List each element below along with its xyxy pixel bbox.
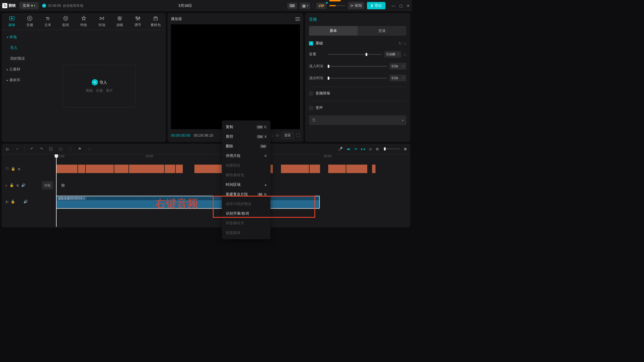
keyframe-icon[interactable]: ◇ bbox=[403, 41, 406, 46]
sidebar-item-cloud[interactable]: 云素材 bbox=[2, 64, 33, 75]
zoom-slider[interactable] bbox=[383, 148, 400, 149]
tab-media[interactable]: 媒体 bbox=[3, 15, 21, 27]
fadein-value[interactable]: 0.0s▴▾ bbox=[389, 63, 406, 70]
denoise-checkbox[interactable] bbox=[309, 91, 313, 96]
fadein-slider[interactable] bbox=[328, 66, 387, 67]
minimize-button[interactable]: — bbox=[392, 4, 395, 8]
lock-icon[interactable]: 🔓 bbox=[10, 183, 14, 187]
denoise-label: 音频降噪 bbox=[315, 91, 330, 96]
flag-button[interactable]: ⚑ bbox=[77, 147, 82, 151]
import-drop-zone[interactable]: +导入 视频、音频、图片 bbox=[63, 65, 136, 107]
tab-filter[interactable]: 滤镜 bbox=[111, 15, 129, 27]
basic-label: 基础 bbox=[315, 41, 323, 46]
keyboard-button[interactable]: ⌨ bbox=[287, 3, 297, 9]
sidebar-item-library[interactable]: 素材库 bbox=[2, 75, 33, 85]
mic-icon[interactable]: 🎤 bbox=[338, 147, 343, 151]
sidebar-item-import[interactable]: 导入 bbox=[2, 42, 33, 53]
zoom-in-icon[interactable]: ⊕ bbox=[404, 147, 407, 151]
svg-point-5 bbox=[64, 16, 68, 21]
ctx-save-preset: 保存为我的预设 bbox=[222, 199, 271, 209]
review-button[interactable]: ⟳ 审阅 bbox=[348, 2, 364, 9]
export-button[interactable]: ⬆ 导出 bbox=[367, 2, 385, 9]
fadeout-slider[interactable] bbox=[328, 78, 387, 79]
sidebar-item-presets[interactable]: 我的预设 bbox=[2, 53, 33, 64]
tab-sticker[interactable]: 贴纸 bbox=[57, 15, 75, 27]
duration-time: 00:29:38:15 bbox=[194, 133, 213, 137]
undo-button[interactable]: ↶ bbox=[29, 147, 34, 151]
tl-tool-2[interactable]: ▪▪ bbox=[355, 147, 357, 151]
fullscreen-icon[interactable]: ⛶ bbox=[296, 133, 300, 137]
zoom-icon[interactable]: ⦾ bbox=[276, 133, 279, 138]
tab-effect[interactable]: 特效 bbox=[75, 15, 93, 27]
svg-point-15 bbox=[137, 18, 138, 20]
playhead[interactable] bbox=[56, 154, 57, 227]
menu-button[interactable]: 菜单▾ bbox=[19, 2, 39, 9]
delete-button[interactable]: ▢ bbox=[58, 147, 63, 151]
mute-icon[interactable]: 🔊 bbox=[21, 183, 25, 187]
audio-track-head: ◐🔓🔊 bbox=[2, 193, 38, 210]
more-button[interactable]: ▯ bbox=[87, 147, 92, 151]
tab-transition[interactable]: 转场 bbox=[93, 15, 111, 27]
svg-rect-17 bbox=[154, 17, 158, 20]
tab-adjust[interactable]: 调节 bbox=[129, 15, 147, 27]
volume-slider[interactable] bbox=[328, 54, 382, 55]
redo-button[interactable]: ↷ bbox=[39, 147, 44, 151]
ctx-delete[interactable]: 删除Del bbox=[222, 141, 271, 151]
progress-indicator bbox=[329, 5, 345, 6]
tab-speed[interactable]: 变速 bbox=[358, 26, 406, 36]
current-time: 00:00:00:00 bbox=[171, 133, 190, 137]
ctx-cut[interactable]: 剪切CtrlX bbox=[222, 132, 271, 141]
fadeout-value[interactable]: 0.0s▴▾ bbox=[389, 75, 406, 81]
tab-text[interactable]: TI文本 bbox=[39, 15, 57, 27]
svg-point-3 bbox=[29, 18, 31, 19]
select-tool[interactable]: ▷ bbox=[5, 147, 10, 151]
autosave-status: ✓ 20:46:06 自动保存本地 bbox=[42, 3, 83, 8]
eye-icon[interactable]: ◉ bbox=[18, 167, 20, 171]
panel-title: 音频 bbox=[309, 17, 406, 22]
ctx-align: 和音频对齐 bbox=[222, 218, 271, 228]
volume-value[interactable]: 0.0dB▴▾ bbox=[384, 51, 401, 58]
basic-checkbox[interactable]: ✓ bbox=[309, 41, 313, 46]
tab-basic[interactable]: 基本 bbox=[309, 26, 358, 36]
cover-chip[interactable]: 封面 bbox=[42, 181, 53, 189]
player-viewport[interactable] bbox=[171, 24, 300, 129]
ctx-copy[interactable]: 复制CtrlC bbox=[222, 122, 271, 132]
tl-tool-4[interactable]: ◇ bbox=[369, 147, 372, 151]
app-logo: ⮌ 剪映 bbox=[2, 3, 16, 8]
zoom-out-icon[interactable]: ⊖ bbox=[376, 147, 379, 151]
audio-clip[interactable]: 提取音频20230318-1 bbox=[56, 196, 320, 209]
tl-tool-1[interactable]: ◂▸ bbox=[347, 147, 351, 151]
crop-button[interactable]: ⬚ bbox=[68, 147, 73, 151]
text-track-head: TI🔓◉ bbox=[2, 161, 38, 177]
voice-change-checkbox[interactable] bbox=[309, 106, 313, 110]
eye-icon[interactable]: ◉ bbox=[16, 183, 19, 187]
top-bar: ⮌ 剪映 菜单▾ ✓ 20:46:06 自动保存本地 3月18日 ⌨ ▦ ▾ V… bbox=[0, 0, 412, 11]
sidebar-item-local[interactable]: 本地 bbox=[2, 32, 33, 42]
lock-icon[interactable]: 🔓 bbox=[11, 167, 15, 171]
svg-point-7 bbox=[66, 18, 67, 18]
lock-icon[interactable]: 🔓 bbox=[11, 200, 15, 204]
player-menu-icon[interactable] bbox=[295, 17, 300, 21]
ctx-compound[interactable]: 新建复合片段AltG bbox=[222, 189, 271, 199]
svg-marker-1 bbox=[11, 18, 13, 19]
media-sidebar: 本地 导入 我的预设 云素材 素材库 bbox=[2, 30, 33, 142]
ctx-group: 创建组合 bbox=[222, 161, 271, 170]
select-dropdown[interactable]: ▾ bbox=[15, 148, 20, 150]
ctx-disable[interactable]: 停用片段V bbox=[222, 151, 271, 161]
reset-icon[interactable]: ↻ bbox=[399, 41, 402, 46]
maximize-button[interactable]: ▢ bbox=[399, 4, 403, 8]
split-button[interactable]: ⎮⎮ bbox=[48, 147, 53, 151]
ctx-link: 链接媒体 bbox=[222, 228, 271, 232]
ctx-recognize[interactable]: 识别字幕/歌词 bbox=[222, 209, 271, 218]
logo-icon: ⮌ bbox=[2, 3, 7, 8]
close-button[interactable]: ✕ bbox=[407, 4, 410, 8]
ctx-timerange[interactable]: 时间区域▸ bbox=[222, 180, 271, 189]
fit-button[interactable]: 适应 bbox=[282, 132, 293, 139]
layout-button[interactable]: ▦ ▾ bbox=[300, 3, 310, 9]
voice-select[interactable]: 无▾ bbox=[309, 115, 406, 125]
mute-icon[interactable]: 🔊 bbox=[23, 200, 28, 204]
tab-package[interactable]: 素材包 bbox=[147, 15, 165, 27]
tab-audio[interactable]: 音频 bbox=[21, 15, 39, 27]
tl-tool-3[interactable]: ▸◂ bbox=[361, 147, 365, 151]
vip-button[interactable]: VIP bbox=[316, 3, 327, 9]
